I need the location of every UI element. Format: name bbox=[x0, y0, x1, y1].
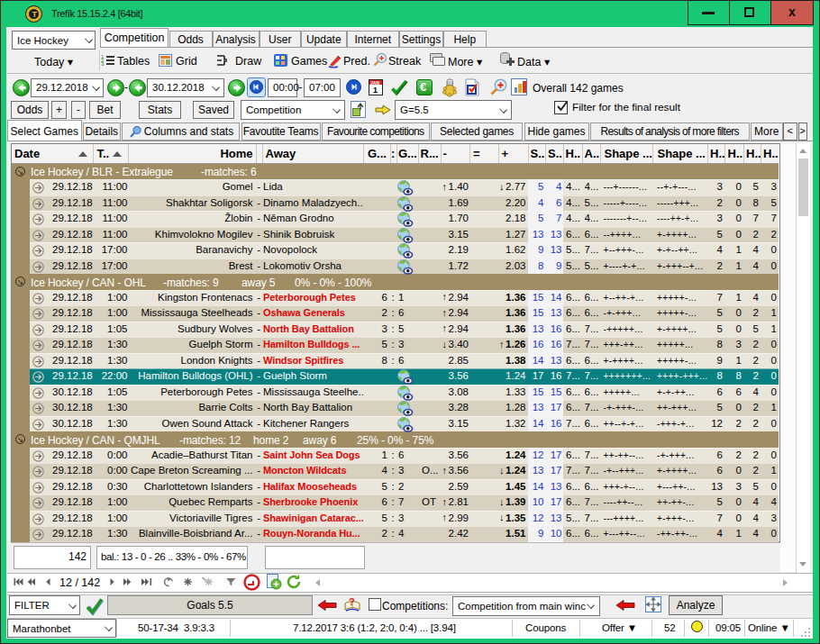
svg-text:?: ? bbox=[349, 596, 355, 607]
